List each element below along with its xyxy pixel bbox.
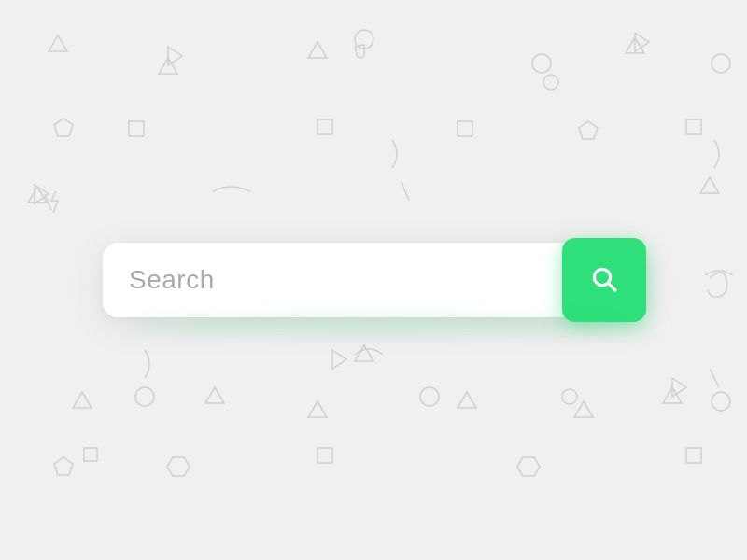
svg-marker-28	[54, 119, 73, 136]
svg-rect-23	[458, 121, 472, 136]
svg-marker-4	[73, 392, 92, 408]
svg-rect-25	[317, 448, 332, 463]
svg-point-18	[543, 75, 558, 90]
svg-marker-29	[579, 121, 598, 139]
svg-marker-36	[168, 47, 182, 65]
svg-marker-9	[663, 387, 682, 403]
svg-point-14	[532, 54, 551, 73]
svg-line-34	[402, 182, 409, 201]
svg-marker-5	[205, 387, 224, 403]
svg-marker-2	[308, 42, 327, 58]
svg-marker-31	[167, 457, 190, 476]
svg-marker-3	[626, 37, 644, 53]
svg-marker-30	[54, 457, 73, 475]
svg-point-15	[712, 54, 730, 73]
svg-rect-27	[84, 448, 97, 461]
svg-marker-37	[635, 33, 649, 51]
svg-point-16	[135, 387, 154, 406]
svg-rect-22	[317, 119, 332, 134]
svg-marker-38	[332, 350, 346, 369]
svg-marker-7	[458, 392, 476, 408]
svg-rect-26	[686, 448, 701, 463]
svg-rect-21	[129, 121, 144, 136]
svg-marker-32	[517, 457, 540, 476]
search-bar	[103, 243, 644, 317]
svg-marker-39	[672, 378, 686, 397]
svg-marker-8	[574, 401, 593, 417]
svg-marker-12	[355, 345, 374, 361]
svg-marker-11	[700, 177, 719, 193]
svg-point-17	[420, 387, 439, 406]
search-input-area[interactable]	[103, 243, 562, 317]
svg-line-33	[45, 194, 51, 210]
svg-line-35	[710, 369, 719, 387]
svg-point-20	[712, 392, 730, 411]
svg-marker-40	[35, 185, 49, 203]
search-icon	[589, 264, 619, 297]
svg-marker-0	[49, 35, 67, 51]
svg-marker-10	[28, 187, 47, 203]
svg-point-13	[355, 30, 374, 49]
svg-marker-6	[308, 401, 327, 417]
search-button[interactable]	[562, 238, 646, 322]
svg-point-19	[562, 389, 577, 404]
svg-marker-1	[159, 58, 177, 74]
search-input[interactable]	[129, 243, 536, 317]
svg-rect-24	[686, 119, 701, 134]
svg-line-42	[609, 283, 615, 289]
